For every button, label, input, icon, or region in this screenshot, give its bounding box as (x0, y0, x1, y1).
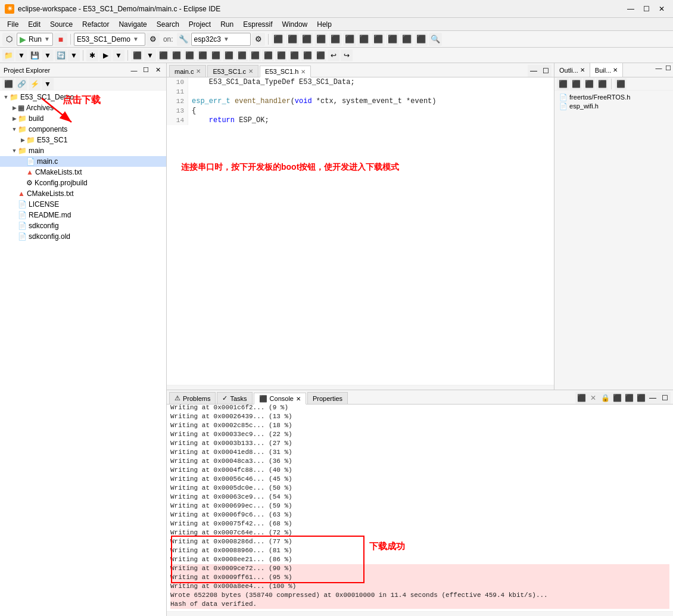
toolbar2-btn-26[interactable]: ↪ (341, 49, 353, 61)
console-hscroll[interactable] (167, 611, 673, 616)
tree-item-cmake-main[interactable]: ▶ ▲ CMakeLists.txt (0, 167, 166, 178)
menu-espressif[interactable]: Espressif (238, 18, 277, 30)
toolbar-btn-9[interactable]: ⬛ (372, 33, 385, 46)
console-stop-btn[interactable]: ✕ (587, 392, 599, 404)
toolbar2-btn-10[interactable]: ⬛ (131, 49, 143, 61)
maximize-button[interactable]: ☐ (640, 2, 653, 15)
pe-filter-btn[interactable]: ⚡ (29, 78, 40, 90)
toolbar2-btn-6[interactable]: ▼ (68, 49, 80, 61)
menu-file[interactable]: File (2, 18, 23, 30)
toolbar-btn-10[interactable]: ⬛ (386, 33, 399, 46)
rside-btn-3[interactable]: ⬛ (583, 78, 595, 90)
tree-item-root[interactable]: ▼ 📁 E53_SC1_Demo (0, 92, 166, 102)
toolbar-btn-4[interactable]: ⬛ (300, 33, 313, 46)
toolbar2-btn-9[interactable]: ▼ (113, 49, 124, 61)
rside-maximize-btn[interactable]: ☐ (663, 63, 673, 73)
close-button[interactable]: ✕ (655, 2, 668, 15)
menu-search[interactable]: Search (152, 18, 184, 30)
toolbar2-btn-14[interactable]: ⬛ (183, 49, 195, 61)
tree-item-cmake-root[interactable]: ▶ ▲ CMakeLists.txt (0, 188, 166, 199)
toolbar2-btn-21[interactable]: ⬛ (275, 49, 287, 61)
toolbar2-btn-13[interactable]: ⬛ (170, 49, 182, 61)
toolbar2-btn-19[interactable]: ⬛ (249, 49, 261, 61)
console-clear-btn[interactable]: ⬛ (575, 392, 587, 404)
bottom-tab-console-close[interactable]: ✕ (296, 396, 301, 402)
toolbar-btn-7[interactable]: ⬛ (343, 33, 356, 46)
rside-item-freertos[interactable]: 📄 freertos/FreeRTOS.h (557, 93, 671, 102)
toolbar2-btn-18[interactable]: ⬛ (236, 49, 248, 61)
tree-item-sdkconfig[interactable]: ▶ 📄 sdkconfig (0, 220, 166, 231)
menu-project[interactable]: Project (184, 18, 216, 30)
pe-maximize-btn[interactable]: ☐ (141, 66, 151, 75)
toolbar2-btn-8[interactable]: ▶ (99, 49, 111, 61)
toolbar2-btn-17[interactable]: ⬛ (223, 49, 235, 61)
console-expand-btn[interactable]: ⬛ (623, 392, 635, 404)
editor-minimize-btn[interactable]: — (528, 65, 540, 77)
toolbar2-btn-20[interactable]: ⬛ (262, 49, 274, 61)
tree-item-license[interactable]: ▶ 📄 LICENSE (0, 199, 166, 210)
console-output[interactable]: <terminated> E53_SC1_Demo [ESP-IDF Appli… (167, 405, 673, 611)
stop-button[interactable]: ■ (54, 33, 67, 46)
toolbar2-btn-4[interactable]: ▼ (42, 49, 54, 61)
pe-close-btn[interactable]: ✕ (153, 66, 163, 75)
toolbar2-btn-3[interactable]: 💾 (29, 49, 40, 61)
rside-tab-outline[interactable]: Outli... ✕ (554, 63, 590, 77)
pe-minimize-btn[interactable]: — (129, 66, 139, 75)
bottom-tab-console[interactable]: ⬛ Console ✕ (254, 393, 306, 405)
menu-window[interactable]: Window (278, 18, 313, 30)
toolbar-btn-3[interactable]: ⬛ (286, 33, 299, 46)
menu-source[interactable]: Source (45, 18, 77, 30)
toolbar2-btn-11[interactable]: ▼ (144, 49, 156, 61)
toolbar2-btn-15[interactable]: ⬛ (197, 49, 208, 61)
project-settings-btn[interactable]: ⚙ (147, 33, 160, 46)
toolbar2-btn-12[interactable]: ⬛ (157, 49, 169, 61)
tree-item-e53sc1[interactable]: ▶ 📁 E53_SC1 (0, 135, 166, 145)
tab-main-c[interactable]: main.c ✕ (169, 65, 206, 77)
toolbar-btn-2[interactable]: ⬛ (272, 33, 285, 46)
tree-item-main[interactable]: ▼ 📁 main (0, 145, 166, 156)
menu-edit[interactable]: Edit (23, 18, 45, 30)
pe-link-btn[interactable]: 🔗 (15, 78, 27, 90)
toolbar-btn-6[interactable]: ⬛ (329, 33, 342, 46)
tab-main-c-close[interactable]: ✕ (196, 68, 201, 74)
tree-item-build[interactable]: ▶ 📁 build (0, 113, 166, 124)
tab-e53sc1-c[interactable]: E53_SC1.c ✕ (207, 65, 258, 77)
code-editor[interactable]: 10 E53_SC1_Data_TypeDef E53_SC1_Data; 11… (167, 77, 554, 385)
toolbar2-btn-2[interactable]: ▼ (15, 49, 27, 61)
rside-tab-build-close[interactable]: ✕ (613, 67, 618, 73)
console-maximize-btn[interactable]: ☐ (659, 392, 671, 404)
bottom-tab-tasks[interactable]: ✓ Tasks (217, 392, 252, 404)
toolbar-btn-8[interactable]: ⬛ (357, 33, 370, 46)
tree-item-main-c[interactable]: ▶ 📄 main.c (0, 156, 166, 167)
pe-menu-btn[interactable]: ▼ (42, 78, 54, 90)
menu-navigate[interactable]: Navigate (114, 18, 151, 30)
toolbar-btn-1[interactable]: ⬡ (2, 33, 15, 46)
tree-item-readme[interactable]: ▶ 📄 README.md (0, 210, 166, 220)
console-lock-btn[interactable]: 🔒 (599, 392, 611, 404)
console-collapse-btn[interactable]: ⬛ (635, 392, 647, 404)
rside-tab-outline-close[interactable]: ✕ (580, 67, 585, 73)
board-icon-btn[interactable]: 🔧 (177, 33, 190, 46)
tab-e53sc1-h[interactable]: E53_SC1.h ✕ (260, 66, 311, 77)
tree-item-kconfig[interactable]: ▶ ⚙ Kconfig.projbuild (0, 178, 166, 188)
console-scroll-btn[interactable]: ⬛ (611, 392, 623, 404)
pe-collapse-btn[interactable]: ⬛ (2, 78, 14, 90)
rside-tab-build[interactable]: Buil... ✕ (590, 63, 624, 77)
toolbar2-btn-16[interactable]: ⬛ (210, 49, 222, 61)
project-combo[interactable]: E53_SC1_Demo ▼ (74, 33, 145, 46)
bottom-tab-properties[interactable]: Properties (307, 392, 348, 404)
search-btn[interactable]: 🔍 (429, 33, 442, 46)
toolbar2-btn-5[interactable]: 🔄 (55, 49, 67, 61)
board-settings-btn[interactable]: ⚙ (252, 33, 265, 46)
tree-item-archives[interactable]: ▶ ▦ Archives (0, 102, 166, 113)
tree-item-components[interactable]: ▼ 📁 components (0, 124, 166, 135)
rside-btn-2[interactable]: ⬛ (570, 78, 582, 90)
toolbar2-btn-23[interactable]: ⬛ (301, 49, 313, 61)
console-minimize-btn[interactable]: — (647, 392, 659, 404)
tab-e53sc1-c-close[interactable]: ✕ (248, 68, 253, 74)
toolbar2-btn-7[interactable]: ✱ (86, 49, 98, 61)
toolbar2-btn-25[interactable]: ↩ (328, 49, 339, 61)
menu-run[interactable]: Run (216, 18, 238, 30)
toolbar2-btn-22[interactable]: ⬛ (288, 49, 300, 61)
rside-btn-1[interactable]: ⬛ (557, 78, 569, 90)
